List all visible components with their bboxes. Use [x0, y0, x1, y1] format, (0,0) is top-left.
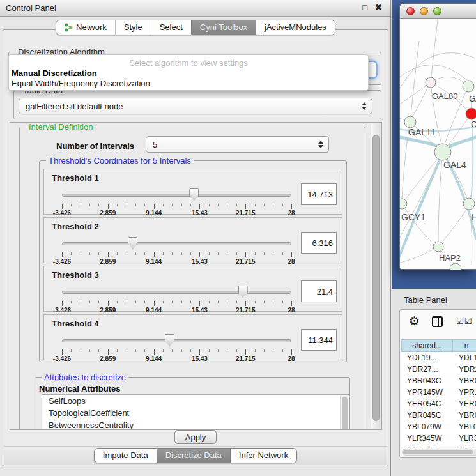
- dropdown-hint-option[interactable]: Select algorithm to view settings: [9, 58, 368, 68]
- table-cell[interactable]: YIL052C: [401, 444, 453, 447]
- table-cell[interactable]: YBR0: [453, 410, 476, 421]
- threshold-value-field[interactable]: [301, 183, 337, 205]
- table-cell[interactable]: YBR043C: [401, 375, 453, 387]
- slider-handle[interactable]: [165, 334, 174, 346]
- threshold-panel-2: Threshold 2 -3.4262.8599.14415.4321.7152…: [43, 217, 342, 263]
- table-hscrollbar-thumb[interactable]: [403, 450, 473, 454]
- node-gal11[interactable]: [404, 116, 416, 128]
- node-table-body[interactable]: YDL19...YDL1YDR27...YDR2YBR043CYBR0YPR14…: [401, 352, 476, 447]
- nodes[interactable]: [400, 77, 476, 270]
- axis-tick-label: 2.859: [100, 210, 116, 217]
- number-of-intervals-value: 5: [153, 140, 157, 150]
- threshold-slider[interactable]: -3.4262.8599.14415.4321.71528: [62, 237, 291, 264]
- table-row[interactable]: YER054CYER0: [401, 398, 476, 410]
- table-cell[interactable]: YDR27...: [401, 364, 453, 375]
- table-cell[interactable]: YPR1: [453, 387, 476, 398]
- apply-button[interactable]: Apply: [174, 430, 217, 444]
- node-table-container: ⚙ ☑☑ shared... n YDL19...YDL1YDR27...YDR…: [399, 309, 476, 458]
- table-row[interactable]: YBR045CYBR0: [401, 410, 476, 421]
- slider-handle[interactable]: [189, 188, 199, 201]
- list-scrollbar-thumb[interactable]: [342, 397, 348, 430]
- number-of-intervals-combobox[interactable]: 5: [146, 136, 329, 153]
- table-cell[interactable]: YBL079W: [401, 421, 453, 433]
- table-cell[interactable]: YDR2: [453, 364, 476, 375]
- node-gal80[interactable]: [426, 77, 436, 88]
- column-header-name[interactable]: n: [453, 339, 476, 352]
- numerical-attributes-list[interactable]: SelfLoopsTopologicalCoefficientBetweenne…: [42, 394, 349, 430]
- threshold-slider[interactable]: -3.4262.8599.14415.4321.71528: [62, 188, 291, 215]
- table-cell[interactable]: YER054C: [401, 398, 453, 410]
- threshold-slider[interactable]: -3.4262.8599.14415.4321.71528: [62, 286, 291, 312]
- threshold-slider[interactable]: -3.4262.8599.14415.4321.71528: [62, 334, 291, 361]
- close-traffic-light-icon[interactable]: [406, 7, 415, 15]
- tab-cyni-toolbox[interactable]: Cyni Toolbox: [191, 20, 256, 35]
- control-panel-titlebar[interactable]: Control Panel □ ✖: [0, 0, 390, 17]
- node-partial-right[interactable]: [463, 198, 475, 210]
- zoom-traffic-light-icon[interactable]: [433, 7, 441, 15]
- tab-select[interactable]: Select: [151, 20, 191, 35]
- slider-track[interactable]: [62, 194, 291, 197]
- minimize-traffic-light-icon[interactable]: [420, 7, 428, 15]
- tab-impute-data[interactable]: Impute Data: [95, 449, 157, 463]
- attribute-item[interactable]: SelfLoops: [42, 395, 349, 407]
- table-row[interactable]: YDR27...YDR2: [401, 364, 476, 375]
- slider-handle[interactable]: [238, 286, 248, 298]
- slider-handle[interactable]: [128, 237, 137, 249]
- network-window-titlebar[interactable]: [400, 4, 476, 19]
- dropdown-option-equal-width[interactable]: Equal Width/Frequency Discretization: [12, 79, 150, 88]
- list-scrollbar[interactable]: [340, 395, 348, 430]
- threshold-value-field[interactable]: [301, 232, 337, 254]
- axis-tick-label: -3.426: [53, 307, 71, 314]
- table-row[interactable]: YDL19...YDL1: [401, 352, 476, 364]
- gear-icon[interactable]: ⚙: [409, 314, 420, 328]
- slider-track[interactable]: [62, 242, 291, 245]
- dropdown-option-manual-discretization[interactable]: Manual Discretization: [12, 68, 97, 78]
- slider-track[interactable]: [62, 291, 291, 294]
- axis-tick-label: 15.43: [192, 210, 208, 217]
- table-row[interactable]: YBR043CYBR0: [401, 375, 476, 387]
- node-partial-top[interactable]: [463, 81, 474, 92]
- node-partial-bottom[interactable]: [450, 263, 461, 270]
- node-hap2[interactable]: [433, 242, 443, 252]
- table-cell[interactable]: YER0: [453, 398, 476, 410]
- node-gcy1[interactable]: [400, 199, 407, 209]
- threshold-value-field[interactable]: [301, 329, 337, 351]
- bottom-tab-bar: Impute Data Discretize Data Infer Networ…: [94, 448, 297, 463]
- table-cell[interactable]: YDL19...: [401, 352, 453, 364]
- label-gal80: GAL80: [432, 91, 457, 101]
- network-icon: [65, 23, 73, 32]
- column-header-shared-name[interactable]: shared...: [401, 339, 453, 352]
- attribute-item[interactable]: BetweennessCentrality: [42, 419, 349, 430]
- table-cell[interactable]: YBR045C: [401, 410, 453, 421]
- close-window-icon[interactable]: ✖: [375, 3, 382, 12]
- table-row[interactable]: YPR145WYPR1: [401, 387, 476, 398]
- settings-vertical-scrollbar[interactable]: [371, 123, 380, 429]
- table-cell[interactable]: YBR0: [453, 375, 476, 387]
- table-horizontal-scrollbar[interactable]: [402, 449, 476, 456]
- table-row[interactable]: YLR345WYLR3: [401, 433, 476, 444]
- node-selected-red[interactable]: [466, 108, 476, 119]
- attribute-item[interactable]: TopologicalCoefficient: [42, 407, 349, 419]
- table-cell[interactable]: YPR145W: [401, 387, 453, 398]
- table-row[interactable]: YIL052CYIL0: [401, 444, 476, 447]
- column-layout-icon[interactable]: [432, 316, 443, 327]
- table-cell[interactable]: YDL1: [453, 352, 476, 364]
- tab-discretize-data[interactable]: Discretize Data: [157, 449, 230, 463]
- table-cell[interactable]: YLR3: [453, 433, 476, 444]
- float-window-icon[interactable]: □: [362, 3, 367, 12]
- slider-track[interactable]: [62, 339, 291, 342]
- table-row[interactable]: YBL079WYBL0: [401, 421, 476, 433]
- network-canvas[interactable]: GAL80 GA C GAL11 GAL4 GCY1 H HAP2: [400, 19, 476, 270]
- tab-style[interactable]: Style: [115, 20, 151, 35]
- tab-network[interactable]: Network: [56, 20, 115, 35]
- node-gal4[interactable]: [434, 144, 451, 160]
- tab-jactivemnodules[interactable]: jActiveMNodules: [256, 20, 335, 35]
- network-view-window: GAL80 GA C GAL11 GAL4 GCY1 H HAP2: [399, 3, 476, 270]
- table-cell[interactable]: YIL0: [453, 444, 475, 447]
- table-cell[interactable]: YBL0: [453, 421, 476, 433]
- threshold-value-field[interactable]: [301, 280, 337, 302]
- tab-infer-network[interactable]: Infer Network: [230, 449, 296, 463]
- select-columns-icon[interactable]: ☑☑: [456, 316, 472, 326]
- table-cell[interactable]: YLR345W: [401, 433, 453, 444]
- settings-scrollbar-thumb[interactable]: [372, 135, 380, 421]
